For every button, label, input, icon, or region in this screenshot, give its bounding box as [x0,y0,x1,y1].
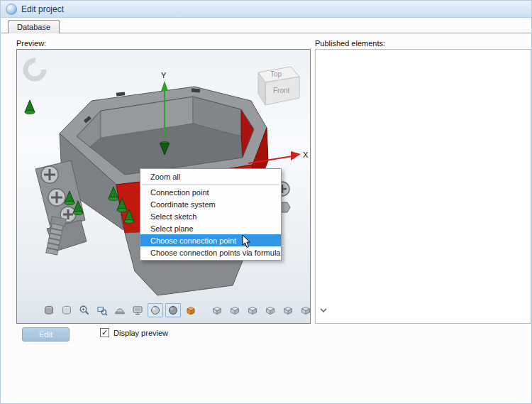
orange-box-icon[interactable] [183,303,199,317]
cube-view-3-icon[interactable] [245,303,260,317]
sphere-shaded-icon[interactable] [148,303,163,317]
view-cube-front-label: Front [273,87,290,94]
mouse-cursor [242,234,252,249]
viewport-toolbar [41,303,331,317]
preview-label: Preview: [16,39,46,48]
menu-item-connection-point[interactable]: Connection point [140,186,281,198]
titlebar: Edit project [1,1,531,18]
cube-view-5-icon[interactable] [280,303,296,317]
screen-icon[interactable] [130,303,145,317]
menu-item-zoom-all[interactable]: Zoom all [140,170,281,182]
cap-icon[interactable] [112,303,128,317]
transparent-cylinder-icon[interactable] [59,303,74,317]
view-cube-top-label: Top [270,70,282,78]
tab-divider [1,33,531,33]
phillips-screw [41,166,58,183]
display-preview-label: Display preview [113,329,168,337]
connection-point-marker [25,100,35,114]
cube-view-4-icon[interactable] [262,303,278,317]
menu-item-select-plane[interactable]: Select plane [140,222,281,234]
cube-view-1-icon[interactable] [209,303,225,317]
display-preview-checkbox[interactable]: ✓ [100,328,109,337]
edit-project-window: Edit project Database Preview: Published… [0,0,532,404]
display-preview-option: ✓ Display preview [100,328,168,337]
app-icon [6,4,17,15]
menu-item-select-sketch[interactable]: Select sketch [140,210,281,222]
view-cube[interactable]: Top Front [258,67,299,105]
solid-cylinder-icon[interactable] [41,303,57,317]
zoom-icon[interactable] [77,303,92,317]
sphere-dark-icon[interactable] [165,303,181,317]
tab-database[interactable]: Database [8,20,60,33]
zoom-window-icon[interactable] [94,303,110,317]
published-elements-panel[interactable] [315,49,531,324]
menu-item-coordinate-system[interactable]: Coordinate system [140,198,281,210]
window-title: Edit project [21,4,64,14]
more-chevron-icon[interactable] [316,303,331,317]
rotate-indicator-icon [26,59,44,79]
checkmark-icon: ✓ [101,329,108,337]
edit-button[interactable]: Edit [22,327,70,342]
cube-view-2-icon[interactable] [227,303,243,317]
menu-item-choose-connection-points-via-formula[interactable]: Choose connection points via formula [140,246,281,258]
phillips-screw [48,189,65,206]
menu-item-choose-connection-point[interactable]: Choose connection point [140,234,281,246]
y-axis-label: Y [161,71,167,80]
cube-view-6-icon[interactable] [298,303,314,317]
menu-separator [142,184,279,185]
context-menu: Zoom all Connection point Coordinate sys… [140,168,282,261]
published-label: Published elements: [315,39,385,48]
x-axis-label: X [303,151,309,159]
